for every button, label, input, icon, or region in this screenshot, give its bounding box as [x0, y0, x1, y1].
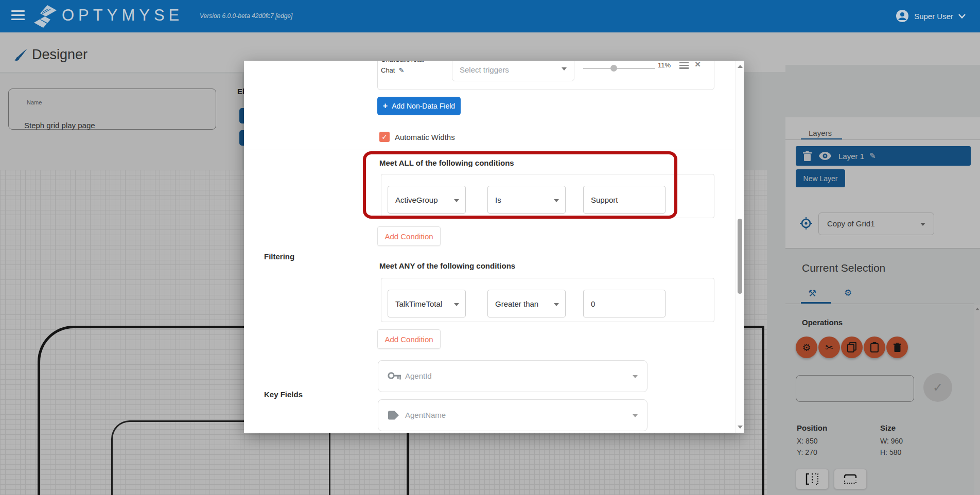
automatic-widths-label: Automatic Widths: [395, 133, 455, 142]
check-icon: ✓: [381, 133, 388, 141]
meet-all-title: Meet ALL of the following conditions: [379, 158, 514, 167]
condition-operator-dropdown[interactable]: Greater than: [487, 290, 566, 317]
scroll-down-icon[interactable]: [738, 426, 743, 429]
add-condition-button[interactable]: Add Condition: [377, 226, 441, 246]
condition-value-input[interactable]: Support: [583, 186, 666, 214]
field-name-clipped: ChatCallsTotal: [381, 61, 424, 63]
app-logo-text: OPTYMYSE: [62, 6, 183, 25]
condition-field-value: ActiveGroup: [395, 196, 438, 204]
optymyse-logo-icon: [33, 4, 58, 29]
select-triggers-dropdown[interactable]: Select triggers: [452, 61, 574, 81]
automatic-widths-checkbox[interactable]: ✓: [379, 132, 390, 142]
app-header: OPTYMYSE Version 6.0.0-beta 42d0fc7 [edg…: [0, 0, 980, 32]
key-field-value: AgentId: [405, 372, 432, 380]
key-fields-label: Key Fields: [264, 390, 303, 399]
add-non-data-field-label: Add Non-Data Field: [392, 102, 455, 110]
condition-value-text: 0: [591, 299, 595, 308]
automatic-widths-row[interactable]: ✓ Automatic Widths: [379, 132, 455, 142]
hamburger-menu-icon[interactable]: [11, 10, 25, 22]
condition-row: ActiveGroup Is Support: [381, 174, 714, 218]
column-width-slider[interactable]: [583, 65, 655, 72]
add-condition-button[interactable]: Add Condition: [377, 329, 441, 349]
edit-field-pencil-icon[interactable]: ✎: [398, 66, 404, 74]
drag-handle-icon[interactable]: [679, 62, 689, 70]
plus-icon: +: [383, 101, 388, 111]
filtering-label: Filtering: [264, 252, 294, 261]
condition-operator-value: Greater than: [495, 299, 538, 308]
remove-field-close-icon[interactable]: ×: [695, 61, 701, 70]
user-avatar-icon: [896, 9, 909, 23]
slider-track: [583, 68, 655, 69]
scrollbar-thumb[interactable]: [738, 219, 742, 294]
key-field-value: AgentName: [405, 411, 446, 419]
condition-value-input[interactable]: 0: [583, 290, 666, 317]
column-width-percent: 11%: [658, 61, 671, 69]
key-field-dropdown-agentname[interactable]: AgentName: [378, 399, 647, 431]
chevron-down-icon: [958, 14, 966, 19]
key-icon: [388, 372, 401, 380]
modal-scrollbar[interactable]: [735, 61, 744, 433]
meet-any-title: Meet ANY of the following conditions: [379, 261, 515, 270]
chevron-down-icon: [633, 414, 638, 417]
chevron-down-icon: [554, 199, 559, 202]
divider: [244, 150, 735, 150]
condition-field-dropdown[interactable]: ActiveGroup: [388, 186, 466, 214]
field-display-name-row: Chat ✎: [381, 66, 404, 74]
condition-value-text: Support: [591, 196, 618, 204]
select-triggers-placeholder: Select triggers: [460, 65, 509, 74]
chevron-down-icon: [454, 199, 459, 202]
slider-thumb[interactable]: [610, 65, 617, 72]
chevron-down-icon: [562, 67, 567, 70]
condition-field-value: TalkTimeTotal: [395, 299, 442, 308]
scroll-up-icon[interactable]: [738, 65, 743, 68]
key-field-dropdown-agentid[interactable]: AgentId: [378, 360, 647, 392]
add-non-data-field-button[interactable]: + Add Non-Data Field: [377, 97, 461, 115]
version-text: Version 6.0.0-beta 42d0fc7 [edge]: [200, 12, 292, 20]
chevron-down-icon: [633, 375, 638, 378]
field-display-name: Chat: [381, 66, 395, 74]
user-name: Super User: [914, 12, 953, 21]
user-menu[interactable]: Super User: [896, 7, 966, 25]
chevron-down-icon: [454, 303, 459, 306]
tag-icon: [388, 411, 399, 420]
condition-field-dropdown[interactable]: TalkTimeTotal: [388, 290, 466, 317]
element-properties-modal: ChatCallsTotal Chat ✎ Select triggers 11…: [244, 61, 744, 433]
condition-operator-dropdown[interactable]: Is: [487, 186, 566, 214]
condition-operator-value: Is: [495, 196, 501, 204]
condition-row: TalkTimeTotal Greater than 0: [381, 278, 714, 322]
chevron-down-icon: [554, 303, 559, 306]
